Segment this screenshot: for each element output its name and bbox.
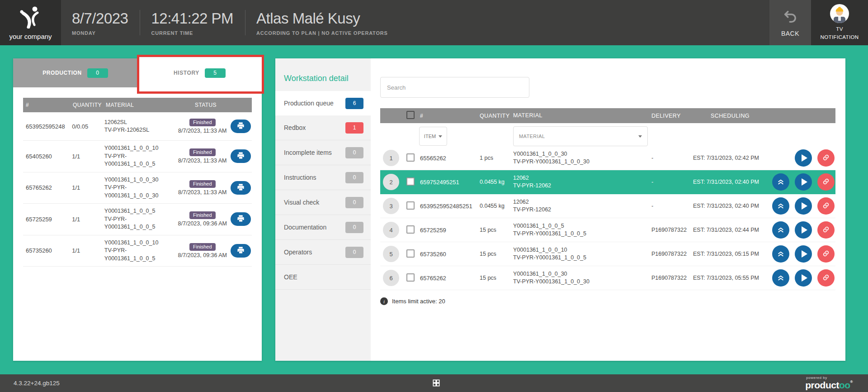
menu-count-badge: 0 xyxy=(345,222,363,233)
move-to-top-button[interactable] xyxy=(772,173,789,191)
worker-avatar-icon xyxy=(830,4,849,25)
order-status: Finished 8/7/2023, 09:36 AM xyxy=(175,243,231,258)
search-input[interactable] xyxy=(380,77,529,98)
company-logo: your company xyxy=(0,0,61,45)
print-button[interactable] xyxy=(231,120,251,133)
chain-link-icon xyxy=(822,202,830,210)
menu-count-badge: 6 xyxy=(345,98,363,109)
item-filter-dropdown[interactable]: ITEM xyxy=(419,127,447,146)
undo-arrow-icon xyxy=(782,9,798,27)
menu-item-visual-check[interactable]: Visual check 0 xyxy=(275,190,371,215)
menu-item-instructions[interactable]: Instructions 0 xyxy=(275,165,371,190)
print-button[interactable] xyxy=(231,149,251,163)
menu-count-badge: 0 xyxy=(345,147,363,158)
history-table: # QUANTITY MATERIAL STATUS 653952595248 … xyxy=(23,98,252,267)
workstation-name: Atlas Malé Kusy xyxy=(256,10,388,27)
back-button[interactable]: BACK xyxy=(769,0,811,45)
order-id: 65765262 xyxy=(23,184,70,191)
order-scheduling: EST: 7/31/2023, 02:40 PM xyxy=(693,203,769,209)
material-filter-label: MATERIAL xyxy=(519,134,545,139)
order-status: Finished 8/7/2023, 11:33 AM xyxy=(175,148,231,164)
order-status: Finished 8/7/2023, 09:36 AM xyxy=(175,211,231,227)
order-quantity: 0.0455 kg xyxy=(480,203,510,209)
row-checkbox[interactable] xyxy=(406,249,415,258)
row-checkbox[interactable] xyxy=(406,201,415,210)
order-material: 12062SL TV-PYR-12062SL xyxy=(103,119,175,134)
printer-icon xyxy=(237,152,245,161)
double-chevron-up-icon xyxy=(777,250,784,258)
move-to-top-button[interactable] xyxy=(772,197,789,215)
order-id: 65725259 xyxy=(420,227,477,234)
start-button[interactable] xyxy=(795,149,812,167)
tab-production[interactable]: PRODUCTION 0 xyxy=(13,58,137,87)
divider xyxy=(245,10,245,35)
menu-item-operators[interactable]: Operators 0 xyxy=(275,240,371,265)
row-actions xyxy=(772,221,835,239)
menu-item-oee[interactable]: OEE xyxy=(275,265,371,290)
queue-position: 2 xyxy=(383,174,399,190)
double-chevron-up-icon xyxy=(777,226,784,234)
chain-link-icon xyxy=(822,274,830,282)
footer-bar: 4.3.22+24.gb125 powered by productoo® xyxy=(0,374,868,392)
row-actions xyxy=(772,245,835,263)
start-button[interactable] xyxy=(795,245,812,263)
link-button[interactable] xyxy=(817,245,835,263)
row-checkbox[interactable] xyxy=(406,225,415,234)
current-date: 8/7/2023 xyxy=(72,10,128,27)
link-button[interactable] xyxy=(817,269,835,287)
order-id: 65735260 xyxy=(23,247,70,254)
double-chevron-up-icon xyxy=(777,202,784,210)
tab-history[interactable]: HISTORY 5 xyxy=(137,58,262,87)
start-button[interactable] xyxy=(795,173,812,191)
link-button[interactable] xyxy=(817,197,835,215)
start-button[interactable] xyxy=(795,197,812,215)
material-ref: TV-PYR-12062SL xyxy=(104,126,175,134)
print-button[interactable] xyxy=(231,212,251,226)
double-chevron-up-icon xyxy=(777,274,784,282)
status-time: 8/7/2023, 09:36 AM xyxy=(175,252,231,258)
menu-count-badge: 0 xyxy=(345,172,363,183)
status-badge: Finished xyxy=(189,180,216,188)
order-quantity: 0/0.05 xyxy=(70,123,103,130)
printer-icon xyxy=(237,122,245,131)
col-quantity: QUANTITY xyxy=(71,102,104,108)
tv-notification-button[interactable]: TV NOTIFICATION xyxy=(811,0,868,45)
material-filter-dropdown[interactable]: MATERIAL xyxy=(513,126,648,146)
col-status: STATUS xyxy=(177,102,234,108)
move-to-top-button[interactable] xyxy=(772,269,789,287)
row-checkbox[interactable] xyxy=(406,177,415,186)
row-checkbox[interactable] xyxy=(406,153,415,162)
row-checkbox[interactable] xyxy=(406,273,415,282)
chain-link-icon xyxy=(822,154,830,163)
tab-history-label: HISTORY xyxy=(174,70,199,76)
order-delivery: - xyxy=(651,179,693,185)
select-all-checkbox[interactable] xyxy=(406,111,415,119)
menu-item-production-queue[interactable]: Production queue 6 xyxy=(275,91,371,115)
start-button[interactable] xyxy=(795,221,812,239)
material-code: Y0001361_1_0_0_10 xyxy=(104,144,175,153)
history-row: 65765262 1/1 Y0001361_1_0_0_30 TV-PYR-Y0… xyxy=(23,172,252,204)
print-button[interactable] xyxy=(231,181,251,195)
material-ref: TV-PYR-Y0001361_1_0_0_5 xyxy=(104,247,175,263)
menu-item-incomplete-items[interactable]: Incomplete items 0 xyxy=(275,140,371,165)
menu-item-redbox[interactable]: Redbox 1 xyxy=(275,115,371,140)
row-actions xyxy=(772,269,835,287)
menu-item-label: Redbox xyxy=(284,124,306,131)
order-id: 65735260 xyxy=(420,251,477,258)
move-to-top-button[interactable] xyxy=(772,221,789,239)
move-to-top-button[interactable] xyxy=(772,245,789,263)
status-time: 8/7/2023, 11:33 AM xyxy=(175,128,231,134)
col-id: # xyxy=(420,113,477,119)
link-button[interactable] xyxy=(817,173,835,191)
print-button[interactable] xyxy=(231,244,251,258)
menu-item-documentation[interactable]: Documentation 0 xyxy=(275,215,371,240)
grid-2x2-icon[interactable] xyxy=(432,378,441,389)
link-button[interactable] xyxy=(817,149,835,167)
link-button[interactable] xyxy=(817,221,835,239)
queue-filter-row: ITEM MATERIAL xyxy=(380,126,835,146)
material-code: 12062 xyxy=(513,198,647,206)
items-limit-note: i Items limit active: 20 xyxy=(380,297,835,305)
divider xyxy=(140,10,140,35)
start-button[interactable] xyxy=(795,269,812,287)
material-code: 12062 xyxy=(513,174,647,182)
